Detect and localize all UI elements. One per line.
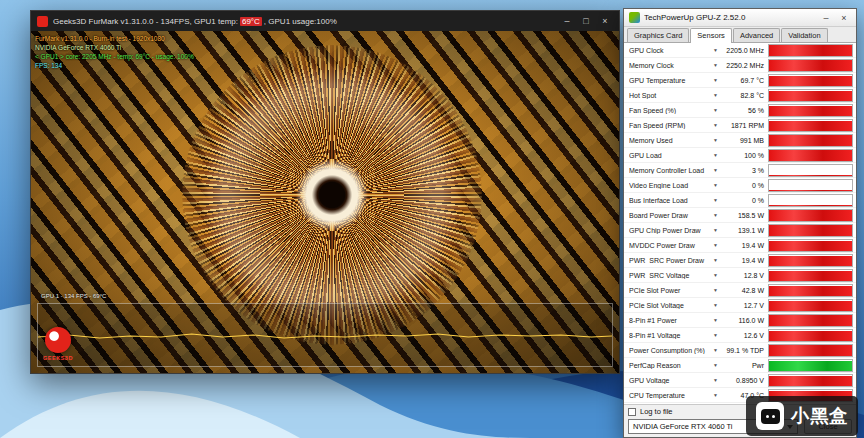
- chevron-down-icon[interactable]: ▼: [713, 362, 722, 368]
- furmark-title-temp-badge: 69°C: [240, 17, 262, 26]
- sensor-label: Fan Speed (%): [629, 107, 713, 114]
- gpuz-tab[interactable]: Advanced: [733, 28, 780, 42]
- chevron-down-icon[interactable]: ▼: [713, 77, 722, 83]
- gpuz-tab[interactable]: Sensors: [690, 28, 732, 43]
- sensor-row[interactable]: Fan Speed (RPM) ▼ 1871 RPM: [624, 118, 856, 133]
- chevron-down-icon[interactable]: ▼: [713, 167, 722, 173]
- chevron-down-icon[interactable]: ▼: [713, 377, 722, 383]
- sensor-row[interactable]: Video Engine Load ▼ 0 %: [624, 178, 856, 193]
- xiaoheihe-logo-icon: [756, 402, 784, 430]
- chevron-down-icon[interactable]: ▼: [713, 137, 722, 143]
- sensor-value: 116.0 W: [722, 317, 768, 324]
- chevron-down-icon[interactable]: ▼: [713, 242, 722, 248]
- sensor-value: 3 %: [722, 167, 768, 174]
- sensor-row[interactable]: Hot Spot ▼ 82.8 °C: [624, 88, 856, 103]
- sensor-row[interactable]: PCIe Slot Power ▼ 42.8 W: [624, 283, 856, 298]
- sensor-list: GPU Clock ▼ 2205.0 MHz Memory Clock ▼ 22…: [624, 43, 856, 404]
- sensor-label: 8-Pin #1 Power: [629, 317, 713, 324]
- chevron-down-icon[interactable]: ▼: [713, 332, 722, 338]
- chevron-down-icon[interactable]: ▼: [713, 47, 722, 53]
- sensor-value: 42.8 W: [722, 287, 768, 294]
- sensor-row[interactable]: Memory Controller Load ▼ 3 %: [624, 163, 856, 178]
- sensor-row[interactable]: Memory Clock ▼ 2250.2 MHz: [624, 58, 856, 73]
- sensor-row[interactable]: Memory Used ▼ 991 MB: [624, 133, 856, 148]
- sensor-row[interactable]: MVDDC Power Draw ▼ 19.4 W: [624, 238, 856, 253]
- sensor-value: 12.6 V: [722, 332, 768, 339]
- sensor-bar-fill: [769, 135, 852, 145]
- sensor-row[interactable]: Bus Interface Load ▼ 0 %: [624, 193, 856, 208]
- chevron-down-icon[interactable]: ▼: [713, 62, 722, 68]
- sensor-history-bar: [768, 74, 853, 87]
- sensor-row[interactable]: GPU Voltage ▼ 0.8950 V: [624, 373, 856, 388]
- furmark-window-controls: – □ ×: [559, 16, 613, 26]
- sensor-label: GPU Load: [629, 152, 713, 159]
- chevron-down-icon[interactable]: ▼: [713, 392, 722, 398]
- log-to-file-checkbox[interactable]: [628, 408, 636, 416]
- chevron-down-icon[interactable]: ▼: [713, 287, 722, 293]
- sensor-row[interactable]: Fan Speed (%) ▼ 56 %: [624, 103, 856, 118]
- sensor-row[interactable]: PCIe Slot Voltage ▼ 12.7 V: [624, 298, 856, 313]
- chevron-down-icon[interactable]: ▼: [713, 197, 722, 203]
- chevron-down-icon[interactable]: ▼: [713, 257, 722, 263]
- chevron-down-icon[interactable]: ▼: [713, 122, 722, 128]
- sensor-label: Bus Interface Load: [629, 197, 713, 204]
- maximize-button[interactable]: □: [578, 16, 594, 26]
- gpuz-tab[interactable]: Graphics Card: [627, 28, 689, 42]
- sensor-value: 82.8 °C: [722, 92, 768, 99]
- chevron-down-icon[interactable]: ▼: [713, 272, 722, 278]
- furmark-render-viewport: FurMark v1.31.0.0 - Burn-in test - 1920x…: [31, 31, 619, 373]
- furmark-titlebar[interactable]: Geeks3D FurMark v1.31.0.0 - 134FPS, GPU1…: [31, 11, 619, 31]
- chevron-down-icon[interactable]: ▼: [713, 227, 722, 233]
- chevron-down-icon[interactable]: ▼: [713, 107, 722, 113]
- logo-eye-left: [766, 415, 769, 418]
- sensor-row[interactable]: GPU Chip Power Draw ▼ 139.1 W: [624, 223, 856, 238]
- sensor-row[interactable]: GPU Load ▼ 100 %: [624, 148, 856, 163]
- tab-label: Sensors: [697, 31, 725, 40]
- sensor-history-bar: [768, 44, 853, 57]
- gpuz-titlebar[interactable]: TechPowerUp GPU-Z 2.52.0 – ×: [624, 9, 856, 27]
- chevron-down-icon[interactable]: ▼: [713, 347, 722, 353]
- chevron-down-icon[interactable]: ▼: [713, 317, 722, 323]
- sensor-row[interactable]: GPU Temperature ▼ 69.7 °C: [624, 73, 856, 88]
- sensor-row[interactable]: PWR_SRC Voltage ▼ 12.8 V: [624, 268, 856, 283]
- chevron-down-icon[interactable]: ▼: [713, 212, 722, 218]
- sensor-bar-fill: [769, 286, 852, 296]
- sensor-bar-fill: [769, 45, 852, 55]
- sensor-bar-fill: [769, 76, 852, 86]
- sensor-history-bar: [768, 224, 853, 237]
- fps-graph-caption: GPU 1 - 134 FPS - 69°C: [41, 293, 106, 299]
- sensor-history-bar: [768, 179, 853, 192]
- chevron-down-icon[interactable]: ▼: [713, 92, 722, 98]
- sensor-bar-fill: [769, 60, 852, 70]
- chevron-down-icon[interactable]: ▼: [713, 152, 722, 158]
- sensor-value: 2250.2 MHz: [722, 62, 768, 69]
- sensor-label: GPU Clock: [629, 47, 713, 54]
- sensor-row[interactable]: 8-Pin #1 Voltage ▼ 12.6 V: [624, 328, 856, 343]
- chevron-down-icon[interactable]: ▼: [713, 302, 722, 308]
- close-button[interactable]: ×: [837, 13, 851, 23]
- sensor-row[interactable]: PerfCap Reason ▼ Pwr: [624, 358, 856, 373]
- sensor-label: Power Consumption (%): [629, 347, 713, 354]
- minimize-button[interactable]: –: [559, 16, 575, 26]
- sensor-row[interactable]: PWR_SRC Power Draw ▼ 19.4 W: [624, 253, 856, 268]
- sensor-row[interactable]: 8-Pin #1 Power ▼ 116.0 W: [624, 313, 856, 328]
- sensor-value: 158.5 W: [722, 212, 768, 219]
- gpuz-tab[interactable]: Validation: [781, 28, 827, 42]
- xiaoheihe-logo-face: [761, 409, 780, 424]
- close-button[interactable]: ×: [597, 16, 613, 26]
- sensor-row[interactable]: Power Consumption (%) ▼ 99.1 % TDP: [624, 343, 856, 358]
- sensor-value: 12.8 V: [722, 272, 768, 279]
- sensor-row[interactable]: GPU Clock ▼ 2205.0 MHz: [624, 43, 856, 58]
- sensor-bar-fill: [769, 225, 852, 235]
- sensor-row[interactable]: Board Power Draw ▼ 158.5 W: [624, 208, 856, 223]
- sensor-value: 100 %: [722, 152, 768, 159]
- minimize-button[interactable]: –: [819, 13, 833, 23]
- sensor-bar-fill: [769, 331, 852, 341]
- sensor-label: Memory Used: [629, 137, 713, 144]
- sensor-label: 8-Pin #1 Voltage: [629, 332, 713, 339]
- sensor-value: 0 %: [722, 182, 768, 189]
- sensor-label: CPU Temperature: [629, 392, 713, 399]
- sensor-label: PWR_SRC Voltage: [629, 272, 713, 279]
- sensor-bar-fill: [769, 315, 852, 325]
- chevron-down-icon[interactable]: ▼: [713, 182, 722, 188]
